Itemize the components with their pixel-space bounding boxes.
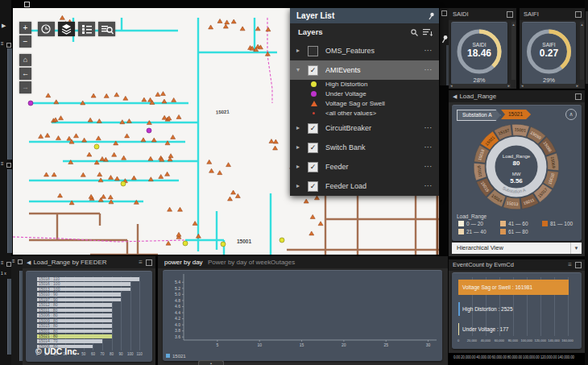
voltage-sag-triangle[interactable] xyxy=(125,134,130,138)
layer-checkbox[interactable]: ✓ xyxy=(308,123,318,134)
expand-arrow-icon[interactable]: ▸ xyxy=(296,118,300,138)
maximize-icon[interactable] xyxy=(146,259,152,266)
voltage-sag-triangle[interactable] xyxy=(101,194,106,198)
rail-maximize-icon[interactable] xyxy=(6,163,11,168)
voltage-sag-triangle[interactable] xyxy=(223,24,228,28)
line-chart[interactable]: 3.63.84.04.24.44.64.85.05.25.45101520253… xyxy=(163,271,442,351)
voltage-sag-triangle[interactable] xyxy=(160,92,165,96)
voltage-sag-triangle[interactable] xyxy=(97,118,101,122)
voltage-sag-triangle[interactable] xyxy=(52,172,56,176)
voltage-sag-triangle[interactable] xyxy=(155,92,160,96)
high-distortion-dot[interactable] xyxy=(121,181,126,186)
voltage-sag-triangle[interactable] xyxy=(207,160,212,164)
voltage-sag-triangle[interactable] xyxy=(314,196,319,200)
voltage-sag-triangle[interactable] xyxy=(273,139,278,143)
tab-power-by-day-of-week[interactable]: Power by day of week xyxy=(208,256,271,268)
layer-list-titlebar[interactable]: Layer List xyxy=(290,8,439,23)
voltage-sag-triangle[interactable] xyxy=(109,175,114,179)
voltage-sag-triangle[interactable] xyxy=(309,231,314,235)
zoom-in-button[interactable]: + xyxy=(19,22,31,34)
collapsed-panel-sliver[interactable] xyxy=(7,169,12,253)
voltage-sag-triangle[interactable] xyxy=(114,176,119,180)
collapse-up-button[interactable]: ∧ xyxy=(565,109,577,120)
layer-checkbox[interactable]: ✓ xyxy=(308,143,318,153)
voltage-sag-triangle[interactable] xyxy=(255,27,260,31)
expand-arrow-icon[interactable]: ▸ xyxy=(296,41,300,60)
horizontal-scrollbar[interactable]: ◂▸ xyxy=(449,84,511,88)
more-options-icon[interactable]: ··· xyxy=(424,138,433,157)
voltage-sag-triangle[interactable] xyxy=(73,134,78,138)
next-extent-button[interactable]: → xyxy=(19,81,31,93)
voltage-sag-triangle[interactable] xyxy=(310,214,315,218)
layer-row-switch-bank[interactable]: ▸✓Switch Bank··· xyxy=(290,138,439,157)
voltage-sag-triangle[interactable] xyxy=(126,119,131,123)
home-extent-button[interactable]: ⌂ xyxy=(19,54,31,66)
voltage-sag-triangle[interactable] xyxy=(58,193,63,197)
under-voltage-dot[interactable] xyxy=(147,128,151,133)
voltage-sag-triangle[interactable] xyxy=(225,20,230,24)
window-maximize-icon[interactable] xyxy=(24,2,30,7)
sort-layers-icon[interactable] xyxy=(423,29,433,36)
voltage-sag-triangle[interactable] xyxy=(100,156,105,160)
layer-row-amievents[interactable]: ▾✓AMIEvents··· xyxy=(290,60,439,80)
voltage-sag-triangle[interactable] xyxy=(171,135,176,139)
voltage-sag-triangle[interactable] xyxy=(178,207,183,211)
more-options-icon[interactable]: ··· xyxy=(424,176,433,196)
high-distortion-dot[interactable] xyxy=(183,241,188,246)
voltage-sag-triangle[interactable] xyxy=(162,99,167,103)
maximize-icon[interactable] xyxy=(441,10,447,16)
voltage-sag-triangle[interactable] xyxy=(168,154,173,158)
voltage-sag-triangle[interactable] xyxy=(88,118,93,122)
vertical-scrollbar[interactable]: ▴ xyxy=(580,22,584,80)
voltage-sag-triangle[interactable] xyxy=(217,171,222,175)
tab-outages[interactable]: Outages xyxy=(271,256,295,268)
voltage-sag-triangle[interactable] xyxy=(56,136,60,140)
pin-icon[interactable] xyxy=(427,12,435,20)
maximize-icon[interactable] xyxy=(575,11,582,18)
layer-checkbox[interactable]: ✓ xyxy=(308,162,318,172)
voltage-sag-triangle[interactable] xyxy=(273,146,278,150)
voltage-sag-triangle[interactable] xyxy=(81,172,85,176)
voltage-sag-triangle[interactable] xyxy=(226,163,231,167)
voltage-sag-triangle[interactable] xyxy=(82,138,87,142)
search-layers-button[interactable] xyxy=(98,22,115,36)
voltage-sag-triangle[interactable] xyxy=(142,97,147,102)
expand-arrow-icon[interactable]: ▾ xyxy=(296,60,300,80)
previous-extent-button[interactable]: ← xyxy=(19,68,31,80)
voltage-sag-triangle[interactable] xyxy=(45,133,50,137)
rail-hamburger-icon[interactable]: ≡ xyxy=(1,260,4,265)
voltage-sag-triangle[interactable] xyxy=(172,97,176,102)
voltage-sag-triangle[interactable] xyxy=(112,152,117,156)
vertical-scrollbar[interactable]: ▴ xyxy=(511,22,516,80)
voltage-sag-triangle[interactable] xyxy=(108,195,113,199)
voltage-sag-triangle[interactable] xyxy=(114,93,119,97)
high-distortion-dot[interactable] xyxy=(280,238,284,243)
layer-row-feeder[interactable]: ▸✓Feeder··· xyxy=(290,157,439,176)
expand-rail-icon[interactable]: ▶ xyxy=(2,23,6,29)
menu-icon[interactable]: ≡ xyxy=(139,259,143,266)
voltage-sag-triangle[interactable] xyxy=(141,138,146,142)
under-voltage-dot[interactable] xyxy=(28,101,33,106)
voltage-sag-triangle[interactable] xyxy=(193,221,197,225)
layer-checkbox[interactable]: ✓ xyxy=(308,65,318,76)
voltage-sag-triangle[interactable] xyxy=(176,114,181,118)
voltage-sag-triangle[interactable] xyxy=(217,19,222,23)
voltage-sag-triangle[interactable] xyxy=(231,19,236,23)
voltage-sag-triangle[interactable] xyxy=(162,115,167,119)
expand-arrow-icon[interactable]: ▸ xyxy=(296,157,300,176)
menu-icon[interactable]: ≡ xyxy=(568,261,572,268)
rail-maximize-icon[interactable] xyxy=(6,43,11,48)
rail-hamburger-icon[interactable]: ≡ xyxy=(12,259,15,263)
voltage-sag-triangle[interactable] xyxy=(104,93,109,97)
voltage-sag-triangle[interactable] xyxy=(159,174,164,178)
sunburst-chart[interactable]: 1500115059150661506915010150171501115013… xyxy=(453,120,580,214)
horizontal-scrollbar[interactable]: ◂▸ xyxy=(520,84,579,88)
maximize-icon[interactable] xyxy=(575,262,582,268)
layer-row-circuitbreaker[interactable]: ▸✓CircuitBreaker··· xyxy=(290,118,439,138)
voltage-sag-triangle[interactable] xyxy=(240,27,245,31)
voltage-sag-triangle[interactable] xyxy=(59,116,64,120)
maximize-icon[interactable] xyxy=(575,93,582,100)
more-options-icon[interactable]: ··· xyxy=(424,41,433,60)
high-distortion-dot[interactable] xyxy=(221,242,226,247)
time-slider-button[interactable] xyxy=(38,22,55,36)
